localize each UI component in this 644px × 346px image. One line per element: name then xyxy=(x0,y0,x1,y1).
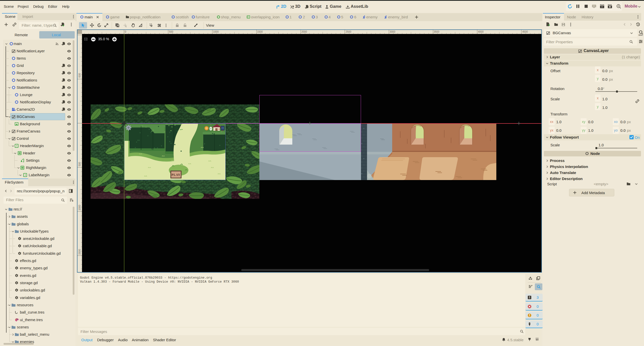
svg-text:-500: -500 xyxy=(78,73,81,78)
svg-text:1500: 1500 xyxy=(257,30,263,33)
svg-text:4500: 4500 xyxy=(522,30,528,33)
svg-text:2500: 2500 xyxy=(346,30,351,33)
svg-text:1000: 1000 xyxy=(213,30,219,33)
svg-text:1500: 1500 xyxy=(78,249,81,255)
svg-text:0: 0 xyxy=(125,30,126,33)
svg-text:500: 500 xyxy=(78,162,81,166)
svg-text:3000: 3000 xyxy=(390,30,395,33)
svg-text:500: 500 xyxy=(169,30,173,33)
svg-text:2000: 2000 xyxy=(301,30,307,33)
svg-text:DOC: DOC xyxy=(638,34,643,36)
svg-text:3500: 3500 xyxy=(434,30,439,33)
svg-text:4000: 4000 xyxy=(478,30,484,33)
svg-text:1000: 1000 xyxy=(78,205,81,210)
